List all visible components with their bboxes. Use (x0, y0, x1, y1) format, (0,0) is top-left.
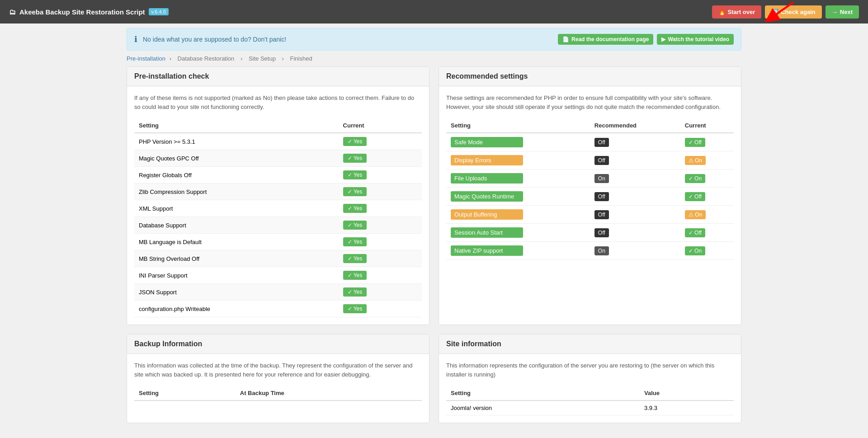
setting-name: MB String Overload Off (134, 250, 339, 267)
check-again-button[interactable]: 🔄 Check again (765, 5, 822, 19)
setting-current: ✓ Yes (339, 167, 422, 184)
video-icon: ▶ (661, 36, 665, 42)
breadcrumb-sep-3: › (282, 55, 284, 62)
rec-setting-name: Display Errors (446, 151, 590, 170)
app-title: 🗂 Akeeba Backup Site Restoration Script … (9, 8, 169, 16)
recommended-badge: Off (594, 210, 609, 219)
refresh-icon: 🔄 (771, 9, 778, 15)
setting-name: Database Support (134, 217, 339, 234)
current-badge: ⚠ On (685, 156, 706, 165)
current-badge: ✓ Off (685, 138, 705, 147)
rec-setting-name: Session Auto Start (446, 224, 590, 242)
info-icon: ℹ (134, 34, 137, 44)
setting-label: Native ZIP support (451, 245, 523, 256)
setting-current: ✓ Yes (339, 284, 422, 301)
recommended-desc: These settings are recommended for PHP i… (446, 94, 734, 111)
setting-label: Session Auto Start (451, 227, 523, 238)
app-icon: 🗂 (9, 8, 16, 16)
yes-badge: ✓ Yes (343, 170, 367, 179)
current-badge: ✓ Off (685, 228, 705, 237)
site-info-panel: Site information This information repres… (439, 334, 741, 423)
setting-name: XML Support (134, 200, 339, 217)
recommended-badge: Off (594, 228, 609, 237)
header-buttons: 🔥 Start over 🔄 Check again → Next (712, 5, 859, 19)
pre-installation-desc: If any of these items is not supported (… (134, 94, 422, 111)
setting-name: PHP Version >= 5.3.1 (134, 133, 339, 150)
setting-name: configuration.php Writeable (134, 301, 339, 317)
table-row: Magic Quotes Runtime Off ✓ Off (446, 188, 734, 206)
yes-badge: ✓ Yes (343, 137, 367, 146)
current-badge: ✓ Off (685, 192, 705, 201)
table-row: Display Errors Off ⚠ On (446, 151, 734, 170)
setting-name: Zlib Compression Support (134, 184, 339, 200)
backup-info-panel: Backup Information This information was … (127, 334, 429, 423)
backup-info-title: Backup Information (127, 334, 429, 354)
table-row: File Uploads On ✓ On (446, 170, 734, 188)
yes-badge: ✓ Yes (343, 304, 367, 313)
setting-current: ✓ Yes (339, 150, 422, 167)
table-row: Safe Mode Off ✓ Off (446, 133, 734, 151)
backup-info-body: This information was collected at the ti… (127, 354, 429, 408)
setting-label: Output Buffering (451, 209, 523, 220)
rec-setting-name: File Uploads (446, 170, 590, 188)
breadcrumb-step-preinstall[interactable]: Pre-installation (127, 55, 165, 62)
breadcrumb-sep-2: › (241, 55, 242, 62)
table-row: INI Parser Support ✓ Yes (134, 267, 422, 284)
yes-badge: ✓ Yes (343, 271, 367, 280)
recommended-badge: On (594, 246, 609, 255)
site-info-title: Site information (439, 334, 741, 354)
setting-current: ✓ Yes (339, 200, 422, 217)
table-row: PHP Version >= 5.3.1 ✓ Yes (134, 133, 422, 150)
table-row: Database Support ✓ Yes (134, 217, 422, 234)
yes-badge: ✓ Yes (343, 254, 367, 263)
col-current: Current (339, 118, 422, 133)
pre-installation-body: If any of these items is not supported (… (127, 86, 429, 325)
app-title-text: Akeeba Backup Site Restoration Script (19, 8, 145, 16)
recommended-body: These settings are recommended for PHP i… (439, 86, 741, 267)
rec-current: ⚠ On (680, 151, 734, 170)
breadcrumb-sep-1: › (170, 55, 171, 62)
version-badge: v.6.4.0 (149, 8, 169, 15)
rec-col-recommended: Recommended (590, 118, 680, 133)
yes-badge: ✓ Yes (343, 287, 367, 297)
yes-badge: ✓ Yes (343, 237, 367, 246)
setting-current: ✓ Yes (339, 217, 422, 234)
current-badge: ⚠ On (685, 210, 706, 219)
breadcrumb-step-setup: Site Setup (249, 55, 276, 62)
rec-current: ✓ On (680, 242, 734, 260)
watch-tutorial-button[interactable]: ▶ Watch the tutorial video (657, 34, 734, 45)
setting-current: ✓ Yes (339, 267, 422, 284)
info-bar-text: No idea what you are supposed to do? Don… (143, 36, 552, 43)
table-row: Register Globals Off ✓ Yes (134, 167, 422, 184)
table-row: MB String Overload Off ✓ Yes (134, 250, 422, 267)
rec-recommended: Off (590, 151, 680, 170)
rec-setting-name: Magic Quotes Runtime (446, 188, 590, 206)
table-row: XML Support ✓ Yes (134, 200, 422, 217)
recommended-badge: Off (594, 138, 609, 147)
read-docs-button[interactable]: 📄 Read the documentation page (558, 34, 653, 45)
table-row: Native ZIP support On ✓ On (446, 242, 734, 260)
col-setting: Setting (134, 118, 339, 133)
breadcrumb: Pre-installation › Database Restoration … (127, 55, 741, 62)
setting-current: ✓ Yes (339, 301, 422, 317)
recommended-badge: Off (594, 192, 609, 201)
backup-col-setting: Setting (134, 386, 236, 400)
start-over-button[interactable]: 🔥 Start over (712, 5, 762, 19)
setting-current: ✓ Yes (339, 133, 422, 150)
table-row: Output Buffering Off ⚠ On (446, 206, 734, 224)
rec-current: ✓ Off (680, 133, 734, 151)
rec-setting-name: Native ZIP support (446, 242, 590, 260)
setting-label: File Uploads (451, 173, 523, 184)
rec-current: ✓ Off (680, 188, 734, 206)
table-row: MB Language is Default ✓ Yes (134, 234, 422, 250)
yes-badge: ✓ Yes (343, 154, 367, 163)
next-button[interactable]: → Next (826, 5, 859, 19)
pre-installation-table: Setting Current PHP Version >= 5.3.1 ✓ Y… (134, 118, 422, 317)
recommended-panel: Recommended settings These settings are … (439, 66, 741, 325)
setting-name: JSON Support (134, 284, 339, 301)
site-setting-name: Joomla! version (446, 400, 640, 415)
bottom-content: Backup Information This information was … (127, 334, 741, 423)
pre-installation-panel: Pre-installation check If any of these i… (127, 66, 429, 325)
arrow-right-icon: → (832, 9, 838, 15)
setting-current: ✓ Yes (339, 184, 422, 200)
